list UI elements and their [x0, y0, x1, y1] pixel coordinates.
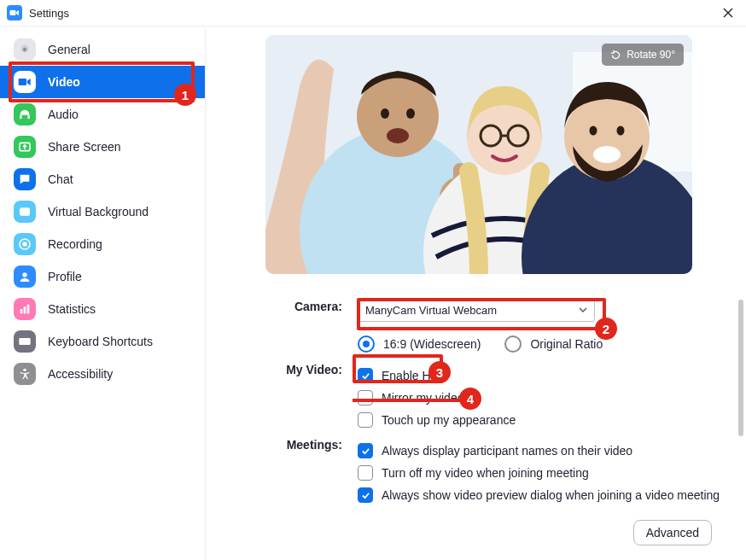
window-title: Settings [29, 7, 69, 20]
sidebar-item-video[interactable]: Video [0, 66, 205, 98]
svg-point-7 [22, 209, 25, 212]
sidebar-item-keys[interactable]: Keyboard Shortcuts [0, 325, 205, 358]
headset-icon [14, 103, 36, 125]
svg-point-26 [406, 108, 415, 119]
svg-rect-15 [20, 340, 21, 341]
sidebar-item-share[interactable]: Share Screen [0, 131, 205, 163]
svg-point-9 [22, 242, 26, 246]
record-icon [14, 233, 36, 255]
a11y-icon [14, 363, 36, 385]
mirror-video-checkbox[interactable] [358, 390, 373, 405]
settings-sidebar: GeneralVideoAudioShare ScreenChatVirtual… [0, 26, 206, 560]
rotate-90-button[interactable]: Rotate 90° [602, 44, 684, 66]
advanced-label: Advanced [646, 526, 699, 540]
svg-point-38 [590, 126, 597, 136]
rotate-label: Rotate 90° [627, 49, 675, 61]
sidebar-item-a11y[interactable]: Accessibility [0, 358, 205, 390]
touch-up-checkbox[interactable] [358, 412, 373, 428]
sidebar-item-label: Video [48, 75, 80, 89]
chevron-down-icon [579, 306, 587, 314]
svg-rect-18 [27, 340, 28, 341]
sidebar-item-vbg[interactable]: Virtual Background [0, 195, 205, 228]
aspect-original-label[interactable]: Original Ratio [530, 337, 603, 351]
svg-rect-2 [19, 79, 26, 85]
camera-row-label: Camera: [265, 298, 358, 353]
mirror-video-label[interactable]: Mirror my video [382, 391, 463, 405]
svg-rect-4 [27, 115, 30, 120]
sidebar-item-label: Virtual Background [48, 205, 149, 219]
gear-icon [14, 38, 36, 61]
show-names-label[interactable]: Always display participant names on thei… [382, 444, 632, 458]
svg-rect-16 [23, 340, 24, 341]
svg-point-39 [617, 126, 625, 136]
sidebar-item-stats[interactable]: Statistics [0, 293, 205, 325]
sidebar-item-label: Audio [48, 108, 79, 121]
image-icon [14, 201, 36, 223]
advanced-button[interactable]: Advanced [633, 520, 712, 545]
svg-rect-14 [19, 338, 30, 345]
rotate-icon [610, 50, 621, 61]
video-icon [14, 71, 36, 93]
stats-icon [14, 298, 36, 320]
camera-selected-value: ManyCam Virtual Webcam [365, 304, 497, 317]
sidebar-item-label: Share Screen [48, 140, 121, 154]
enable-hd-label[interactable]: Enable HD [382, 369, 440, 382]
sidebar-item-label: Chat [48, 172, 73, 186]
sidebar-item-audio[interactable]: Audio [0, 98, 205, 131]
touch-up-label[interactable]: Touch up my appearance [382, 413, 516, 427]
chat-icon [14, 168, 36, 190]
meetings-row-label: Meetings: [265, 436, 358, 503]
svg-point-10 [22, 272, 26, 277]
enable-hd-checkbox[interactable] [358, 368, 373, 383]
svg-rect-12 [24, 306, 26, 313]
svg-rect-3 [20, 115, 22, 120]
svg-rect-13 [27, 305, 30, 314]
svg-rect-17 [26, 340, 26, 341]
sidebar-item-profile[interactable]: Profile [0, 260, 205, 293]
aspect-16-9-label[interactable]: 16:9 (Widescreen) [383, 337, 481, 351]
aspect-original-radio[interactable] [504, 335, 522, 353]
show-preview-dialog-label[interactable]: Always show video preview dialog when jo… [382, 488, 720, 502]
share-icon [14, 136, 36, 158]
svg-rect-11 [20, 309, 23, 313]
sidebar-item-label: Keyboard Shortcuts [48, 335, 153, 348]
svg-point-27 [387, 128, 409, 143]
sidebar-item-label: Profile [48, 270, 82, 283]
show-preview-dialog-checkbox[interactable] [358, 487, 373, 503]
profile-icon [14, 265, 36, 288]
scrollbar-thumb[interactable] [738, 300, 743, 436]
turn-off-video-checkbox[interactable] [358, 465, 373, 481]
sidebar-item-rec[interactable]: Recording [0, 228, 205, 260]
my-video-row-label: My Video: [265, 361, 358, 428]
sidebar-item-label: Statistics [48, 302, 96, 316]
sidebar-item-chat[interactable]: Chat [0, 163, 205, 195]
svg-point-20 [23, 369, 26, 371]
sidebar-item-label: General [48, 43, 90, 56]
svg-rect-0 [10, 10, 16, 15]
turn-off-video-label[interactable]: Turn off my video when joining meeting [382, 466, 589, 480]
sidebar-item-general[interactable]: General [0, 33, 205, 66]
aspect-16-9-radio[interactable] [358, 335, 375, 353]
sidebar-item-label: Accessibility [48, 367, 113, 381]
svg-rect-19 [22, 342, 28, 343]
keyboard-icon [14, 330, 36, 353]
zoom-app-icon [7, 5, 22, 20]
video-preview: Rotate 90° [265, 35, 692, 274]
camera-dropdown[interactable]: ManyCam Virtual Webcam [358, 298, 595, 322]
svg-point-25 [381, 108, 389, 119]
show-names-checkbox[interactable] [358, 443, 373, 458]
close-icon [723, 8, 733, 18]
sidebar-item-label: Recording [48, 237, 102, 251]
close-button[interactable] [719, 3, 737, 22]
svg-point-37 [593, 146, 621, 163]
